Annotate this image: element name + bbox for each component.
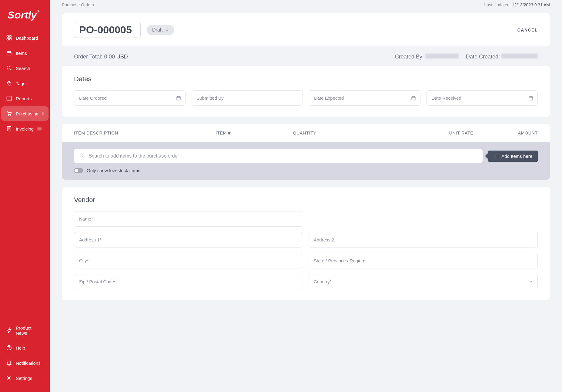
vendor-state-input[interactable] (309, 253, 538, 268)
sidebar-item-label: Tags (16, 81, 25, 86)
sidebar-item-label: Dashboard (16, 35, 38, 41)
col-amount: AMOUNT (473, 131, 538, 135)
sidebar-item-settings[interactable]: Settings (1, 371, 49, 385)
breadcrumb[interactable]: Purchase Orders (62, 2, 94, 7)
sidebar-item-label: Help (16, 345, 25, 350)
nav-badge (42, 112, 44, 115)
bolt-icon (6, 327, 12, 334)
bar-chart-icon (6, 95, 12, 101)
nav-badge (37, 127, 42, 130)
svg-rect-3 (10, 38, 12, 40)
sidebar-item-label: Reports (16, 96, 32, 101)
col-quantity: QUANTITY (293, 131, 383, 135)
svg-point-9 (10, 115, 11, 116)
sidebar-item-dashboard[interactable]: Dashboard (1, 31, 49, 45)
help-icon (6, 345, 12, 351)
svg-point-16 (80, 154, 83, 157)
item-search-input[interactable] (89, 153, 478, 159)
sidebar-item-product-news[interactable]: Product News (1, 321, 49, 340)
sidebar: Sortly® Dashboard Items Search Tags Repo… (0, 0, 50, 392)
submitted-by-input[interactable] (192, 90, 303, 106)
topbar: Purchase Orders Last Updated: 12/13/2023… (62, 0, 550, 13)
redacted-value (425, 54, 459, 58)
svg-rect-1 (10, 36, 12, 38)
svg-point-12 (8, 377, 10, 379)
redacted-value (501, 54, 538, 58)
vendor-name-input[interactable] (74, 211, 303, 227)
gear-icon (6, 375, 12, 381)
chevron-down-icon (165, 28, 169, 32)
sidebar-item-tags[interactable]: Tags (1, 76, 49, 91)
nav-secondary: Product News Help Notifications Settings (0, 321, 50, 392)
sidebar-item-label: Purchasing (16, 111, 38, 116)
date-ordered-input[interactable] (74, 90, 186, 106)
last-updated: Last Updated: 12/13/2023 9:31 AM (484, 2, 550, 7)
summary-row: Order Total: 0.00 USD Created By: Date C… (62, 54, 550, 66)
bell-icon (6, 360, 12, 366)
col-unit-rate: UNIT RATE (383, 131, 473, 135)
svg-rect-4 (7, 51, 11, 55)
sidebar-item-label: Invoicing (16, 126, 34, 131)
sidebar-item-items[interactable]: Items (1, 46, 49, 60)
svg-rect-0 (7, 36, 9, 38)
svg-rect-2 (7, 38, 9, 40)
search-icon (79, 153, 85, 159)
order-total-label: Order Total: (74, 54, 102, 60)
nav-primary: Dashboard Items Search Tags Reports Purc… (0, 30, 50, 321)
sidebar-item-label: Product News (16, 325, 44, 336)
dates-card: Dates (62, 66, 550, 117)
sidebar-item-search[interactable]: Search (1, 61, 49, 75)
sidebar-item-label: Settings (16, 376, 32, 381)
col-item-description: ITEM DESCRIPTION (74, 131, 216, 135)
add-items-callout: Add Items here (488, 151, 538, 162)
date-received-input[interactable] (427, 90, 538, 106)
dashboard-icon (6, 35, 12, 41)
sidebar-item-invoicing[interactable]: Invoicing (1, 121, 49, 136)
vendor-city-input[interactable] (74, 253, 303, 268)
cart-icon (6, 111, 12, 117)
sidebar-item-label: Notifications (16, 360, 41, 366)
date-expected-input[interactable] (309, 90, 420, 106)
low-stock-toggle[interactable] (74, 168, 83, 173)
vendor-card: Vendor (62, 187, 550, 300)
main-content: Purchase Orders Last Updated: 12/13/2023… (50, 0, 562, 392)
status-dropdown[interactable]: Draft (147, 25, 174, 35)
svg-point-8 (8, 115, 9, 116)
vendor-address1-input[interactable] (74, 232, 303, 247)
svg-point-6 (9, 82, 10, 83)
item-search-box[interactable] (74, 149, 483, 163)
items-table-header: ITEM DESCRIPTION ITEM # QUANTITY UNIT RA… (62, 124, 550, 142)
tag-icon (6, 80, 12, 86)
vendor-title: Vendor (74, 196, 538, 204)
sidebar-item-label: Items (16, 51, 27, 56)
po-header-card: Draft CANCEL (62, 13, 550, 46)
sidebar-item-purchasing[interactable]: Purchasing (1, 106, 49, 121)
box-icon (6, 50, 12, 56)
items-card: ITEM DESCRIPTION ITEM # QUANTITY UNIT RA… (62, 124, 550, 180)
vendor-country-select[interactable] (309, 274, 538, 289)
sidebar-item-notifications[interactable]: Notifications (1, 356, 49, 370)
arrow-left-icon (493, 154, 498, 158)
cancel-button[interactable]: CANCEL (517, 28, 538, 32)
vendor-zip-input[interactable] (74, 274, 303, 289)
po-number-input[interactable] (74, 22, 141, 38)
vendor-address2-input[interactable] (309, 232, 538, 247)
items-search-area: Add Items here Only show low-stock items (62, 142, 550, 180)
dates-title: Dates (74, 75, 538, 83)
created-by: Created By: (395, 54, 459, 60)
sidebar-item-help[interactable]: Help (1, 341, 49, 355)
sidebar-item-label: Search (16, 66, 30, 71)
svg-point-5 (7, 66, 10, 69)
low-stock-label: Only show low-stock items (87, 168, 140, 173)
date-created: Date Created: (466, 54, 538, 60)
search-icon (6, 65, 12, 71)
document-icon (6, 126, 12, 132)
brand-logo: Sortly® (0, 6, 50, 30)
sidebar-item-reports[interactable]: Reports (1, 91, 49, 106)
order-total-value: 0.00 USD (104, 54, 128, 60)
col-item-number: ITEM # (216, 131, 293, 135)
